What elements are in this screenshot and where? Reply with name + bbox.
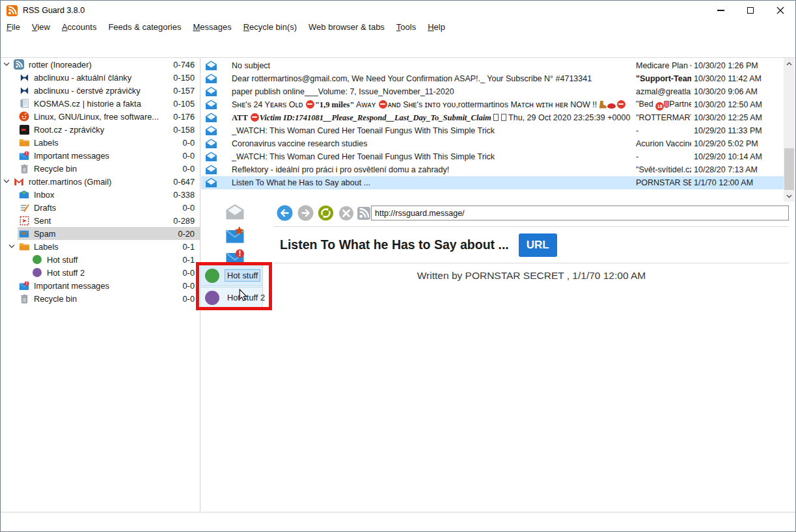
message-row[interactable]: No subjectMedicare Plan <e...10/30/20 1:… xyxy=(201,59,784,72)
scroll-up-icon[interactable] xyxy=(784,58,795,69)
feed-unread-count: 0-647 xyxy=(173,177,195,187)
forward-arrow-icon xyxy=(297,205,314,221)
label-name: Hot stuff 2 xyxy=(225,292,267,303)
message-date: 10/30/20 12:25 AM xyxy=(694,113,784,122)
menu-tools[interactable]: Tools xyxy=(391,20,422,34)
browser-forward-button[interactable] xyxy=(297,205,314,221)
svg-text:!: ! xyxy=(239,249,241,258)
minimize-button[interactable] xyxy=(706,1,735,20)
feed-row-labels[interactable]: Labels0-1 xyxy=(1,240,200,253)
menu-help[interactable]: Help xyxy=(422,20,451,34)
feed-row-rotter-martinos-gmail[interactable]: rotter.martinos (Gmail)0-647 xyxy=(1,175,200,188)
message-subject: paper publish online___Volume: 7, Issue_… xyxy=(232,87,636,96)
message-row[interactable]: Dear rottermartinos@gmail.com, We Need Y… xyxy=(201,72,784,85)
browser-back-button[interactable] xyxy=(277,205,293,221)
svg-text:!: ! xyxy=(26,281,27,286)
mail-open-icon xyxy=(205,178,218,188)
feed-tree: rotter (Inoreader)0-746abclinuxu - aktuá… xyxy=(1,58,200,511)
feed-label: Sent xyxy=(34,216,173,226)
feed-row-drafts[interactable]: Drafts0-0 xyxy=(1,201,200,214)
feed-row-hot-stuff-2[interactable]: Hot stuff 20-0 xyxy=(1,266,200,279)
close-icon xyxy=(776,7,784,14)
feed-unread-count: 0-0 xyxy=(183,138,195,148)
close-button[interactable] xyxy=(765,1,795,20)
message-row[interactable]: Reflektory - ideální pro práci i pro osv… xyxy=(201,163,784,176)
status-bar xyxy=(1,512,795,532)
preview-mark-unread-button[interactable] xyxy=(225,203,245,221)
message-row[interactable]: Listen To What he Has to Say about ...PO… xyxy=(201,176,784,189)
feed-unread-count: 0-0 xyxy=(183,164,195,174)
menu-web-browser-tabs[interactable]: Web browser & tabs xyxy=(303,20,391,34)
message-row[interactable]: _WATCH: This Woman Cured Her Toenail Fun… xyxy=(201,150,784,163)
maximize-button[interactable] xyxy=(735,1,765,20)
feed-row-root-cz-zpr-vi-ky[interactable]: Root.cz - zprávičky0-158 xyxy=(1,123,200,136)
browser-stop-button[interactable] xyxy=(338,205,354,221)
message-row[interactable]: Sʜᴇ's 24 Yᴇᴀʀs Oʟᴅ "1,9 miles" Aᴡᴀʏ ᴀɴᴅ … xyxy=(201,98,784,111)
scroll-down-icon[interactable] xyxy=(784,191,795,202)
preview-mark-important-button[interactable] xyxy=(225,226,245,244)
message-sender: "Svět-svítidel.cz" ... xyxy=(636,165,691,174)
message-date: 10/29/20 5:02 PM xyxy=(694,139,784,148)
url-button[interactable]: URL xyxy=(519,233,557,257)
scrollbar-thumb[interactable] xyxy=(784,148,794,190)
feed-row-abclinuxu-erstv-zpr-vi-ky[interactable]: abclinuxu - čerstvé zprávičky0-157 xyxy=(1,84,200,97)
feed-row-kosmas-cz-historie-a-fakta[interactable]: KOSMAS.cz | historie a fakta0-105 xyxy=(1,97,200,110)
mail-exclamation-icon: ! xyxy=(225,249,245,267)
message-row[interactable]: ATT Victim ID:1741081__Please_Respond__L… xyxy=(201,111,784,124)
mail-open-icon xyxy=(205,73,218,84)
important-icon: ! xyxy=(19,150,29,161)
menu-recycle-bin-s[interactable]: Recycle bin(s) xyxy=(238,20,303,34)
feed-row-abclinuxu-aktu-ln-l-nky[interactable]: abclinuxu - aktuální články0-150 xyxy=(1,71,200,84)
menu-feeds-categories[interactable]: Feeds & categories xyxy=(102,20,187,34)
message-list-scrollbar[interactable] xyxy=(784,58,795,202)
feed-row-sent[interactable]: Sent0-289 xyxy=(1,214,200,227)
no-entry-emoji xyxy=(617,100,625,109)
label-toggle-hot-stuff[interactable]: Hot stuff xyxy=(200,265,263,286)
message-sender: - xyxy=(636,152,691,161)
feed-row-important-messages[interactable]: !Important messages0-0 xyxy=(1,279,200,292)
preview-mark-alert-button[interactable]: ! xyxy=(225,248,245,267)
feed-label: abclinuxu - aktuální články xyxy=(34,73,173,83)
stop-x-icon xyxy=(338,206,354,221)
message-sender: PORNSTAR SECR... xyxy=(636,178,691,187)
menu-file[interactable]: File xyxy=(1,20,26,34)
lips-emoji xyxy=(607,103,616,109)
kosmas-icon xyxy=(19,98,29,109)
label-green-icon xyxy=(32,254,42,265)
folder-icon xyxy=(19,241,29,252)
message-subject: Dear rottermartinos@gmail.com, We Need Y… xyxy=(232,74,636,83)
feed-row-recycle-bin[interactable]: Recycle bin0-0 xyxy=(1,162,200,175)
feed-row-linux-gnu-linux-free-software[interactable]: Linux, GNU/Linux, free software...0-176 xyxy=(1,110,200,123)
feed-row-important-messages[interactable]: !Important messages0-0 xyxy=(1,149,200,162)
expander-chevron-icon[interactable] xyxy=(8,244,16,250)
no-entry-emoji xyxy=(306,100,314,109)
expander-chevron-icon[interactable] xyxy=(3,62,11,68)
menu-messages[interactable]: Messages xyxy=(187,20,237,34)
feed-label: Important messages xyxy=(34,151,183,161)
feed-row-recycle-bin[interactable]: Recycle bin0-0 xyxy=(1,292,200,305)
feed-row-rotter-inoreader[interactable]: rotter (Inoreader)0-746 xyxy=(1,58,200,71)
message-sender: "Support-Team" ... xyxy=(636,74,691,83)
menu-view[interactable]: View xyxy=(26,20,56,34)
feed-unread-count: 0-158 xyxy=(173,125,195,135)
label-toggle-hot-stuff-2[interactable]: Hot stuff 2 xyxy=(200,287,263,308)
message-row[interactable]: paper publish online___Volume: 7, Issue_… xyxy=(201,85,784,98)
feed-row-labels[interactable]: Labels0-0 xyxy=(1,136,200,149)
message-row[interactable]: Coronavirus vaccine research studiesAcur… xyxy=(201,137,784,150)
browser-rss-button[interactable] xyxy=(357,205,371,221)
message-row[interactable]: _WATCH: This Woman Cured Her Toenail Fun… xyxy=(201,124,784,137)
rss-logo-icon xyxy=(7,5,18,16)
feed-row-inbox[interactable]: Inbox0-338 xyxy=(1,188,200,201)
feed-row-spam[interactable]: Spam0-20 xyxy=(1,227,200,240)
url-input[interactable] xyxy=(371,206,789,220)
menu-accounts[interactable]: Accounts xyxy=(56,20,102,34)
feed-label: rotter (Inoreader) xyxy=(29,60,173,70)
feed-label: Recycle bin xyxy=(34,294,183,304)
symbol-glyph xyxy=(493,114,499,121)
expander-chevron-icon[interactable] xyxy=(3,179,11,185)
browser-reload-button[interactable] xyxy=(318,205,334,221)
feed-row-hot-stuff[interactable]: Hot stuff0-1 xyxy=(1,253,200,266)
folder-icon xyxy=(19,137,29,148)
back-arrow-icon xyxy=(277,205,293,221)
message-date: 10/30/20 12:50 AM xyxy=(694,100,784,109)
